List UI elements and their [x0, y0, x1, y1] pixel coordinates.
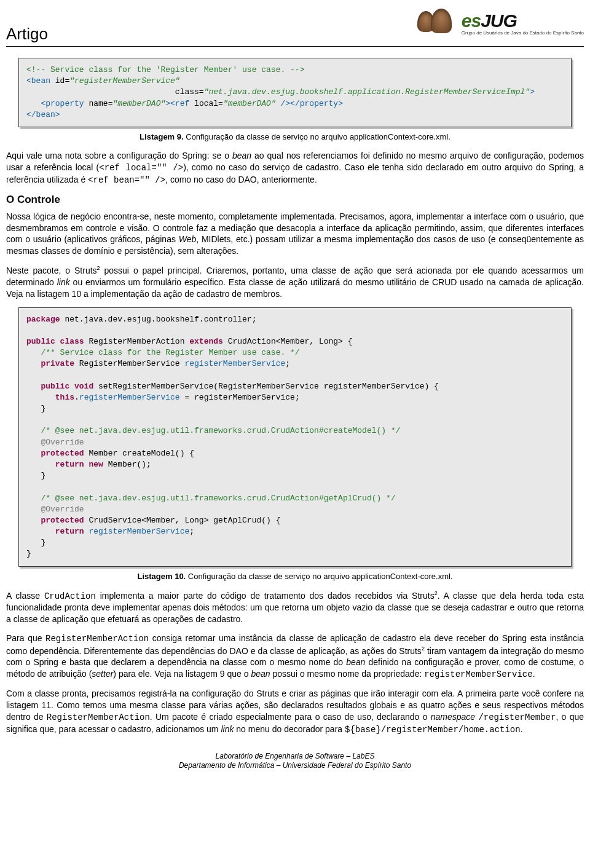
section-heading-controle: O Controle [6, 194, 584, 206]
listing-10-caption: Listagem 10. Configuração da classe de s… [6, 572, 584, 581]
paragraph-4: A classe CrudAction implementa a maior p… [6, 590, 584, 625]
page-footer: Laboratório de Engenharia de Software – … [6, 752, 584, 777]
logo-jug: JUG [481, 10, 517, 31]
paragraph-2: Nossa lógica de negócio encontra-se, nes… [6, 211, 584, 258]
paragraph-5: Para que RegisterMemberAction consiga re… [6, 633, 584, 681]
logo-subtitle: Grupo de Usuários de Java do Estado do E… [462, 31, 584, 36]
paragraph-1: Aqui vale uma nota sobre a configuração … [6, 150, 584, 186]
page-title: Artigo [6, 6, 48, 44]
footer-line-2: Departamento de Informática – Universida… [6, 761, 584, 771]
code-listing-9: <!-- Service class for the 'Register Mem… [18, 58, 572, 127]
footer-line-1: Laboratório de Engenharia de Software – … [6, 752, 584, 762]
page-header: Artigo esJUG Grupo de Usuários de Java d… [0, 0, 590, 44]
logo-text: esJUG Grupo de Usuários de Java do Estad… [462, 12, 584, 36]
header-rule [6, 46, 584, 47]
logo-es: es [462, 10, 481, 31]
logo-pots-icon [415, 9, 458, 38]
listing-9-caption: Listagem 9. Configuração da classe de se… [6, 132, 584, 141]
code-listing-10: package net.java.dev.esjug.bookshelf.con… [18, 307, 572, 567]
paragraph-3: Neste pacote, o Struts2 possui o papel p… [6, 264, 584, 299]
paragraph-6: Com a classe pronta, precisamos registrá… [6, 688, 584, 736]
content-area: <!-- Service class for the 'Register Mem… [0, 58, 590, 783]
logo: esJUG Grupo de Usuários de Java do Estad… [415, 6, 584, 38]
